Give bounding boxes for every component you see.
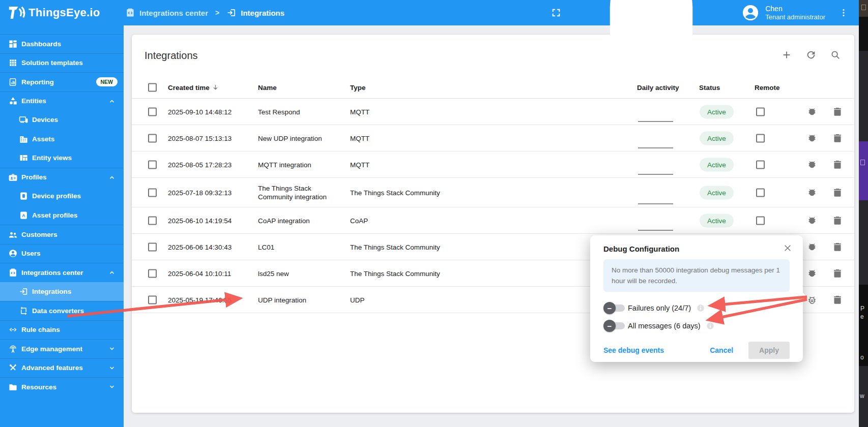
user-name: Chen bbox=[765, 5, 825, 13]
notifications-button[interactable]: 2 bbox=[575, 0, 728, 89]
debug-settings-button[interactable] bbox=[806, 215, 818, 226]
remote-checkbox[interactable] bbox=[756, 216, 765, 225]
close-icon[interactable] bbox=[783, 243, 793, 253]
sidebar-item-dashboards[interactable]: Dashboards bbox=[0, 34, 124, 53]
sidebar-item-device-profiles[interactable]: Device profiles bbox=[0, 187, 124, 206]
fullscreen-icon[interactable] bbox=[551, 7, 562, 18]
toggle-switch[interactable]: − bbox=[603, 320, 626, 332]
background-window-purple-block bbox=[859, 141, 868, 200]
column-header-type[interactable]: Type bbox=[350, 83, 366, 91]
cancel-button[interactable]: Cancel bbox=[710, 346, 733, 354]
cell-created-time: 2025-06-06 14:30:43 bbox=[168, 242, 244, 251]
apply-button[interactable]: Apply bbox=[748, 342, 790, 359]
logo-text: ThingsEye.io bbox=[28, 6, 100, 19]
dialog-title: Debug Configuration bbox=[590, 235, 803, 259]
data-converters-icon bbox=[19, 306, 28, 316]
toggle-switch[interactable]: − bbox=[603, 302, 626, 314]
daily-activity-sparkline bbox=[638, 203, 673, 204]
row-checkbox[interactable] bbox=[148, 242, 157, 251]
status-badge: Active bbox=[700, 105, 734, 118]
debug-settings-button[interactable] bbox=[806, 159, 818, 170]
debug-settings-button[interactable] bbox=[806, 241, 818, 253]
daily-activity-sparkline bbox=[638, 174, 673, 175]
sidebar-item-customers[interactable]: Customers bbox=[0, 225, 124, 244]
row-checkbox[interactable] bbox=[148, 160, 157, 169]
avatar bbox=[741, 3, 760, 22]
info-icon[interactable] bbox=[696, 303, 705, 313]
sidebar-item-integrations[interactable]: Integrations bbox=[0, 282, 124, 301]
bell-icon bbox=[575, 0, 728, 89]
select-all-checkbox[interactable] bbox=[148, 83, 157, 92]
row-checkbox[interactable] bbox=[148, 188, 157, 197]
delete-button[interactable] bbox=[832, 159, 843, 170]
delete-button[interactable] bbox=[832, 215, 843, 226]
sidebar-item-integrations-center[interactable]: Integrations center bbox=[0, 263, 124, 282]
sidebar-item-solution-templates[interactable]: Solution templates bbox=[0, 53, 124, 73]
clipped-text: o bbox=[860, 354, 864, 361]
row-checkbox[interactable] bbox=[148, 269, 157, 278]
entity-views-icon bbox=[19, 153, 28, 163]
info-icon[interactable] bbox=[706, 321, 715, 330]
status-badge: Active bbox=[700, 158, 734, 171]
sidebar-item-asset-profiles[interactable]: AAsset profiles bbox=[0, 206, 124, 225]
sidebar-item-rule-chains[interactable]: Rule chains bbox=[0, 320, 124, 340]
remote-checkbox[interactable] bbox=[756, 188, 765, 197]
sidebar-item-entities[interactable]: Entities bbox=[0, 92, 124, 111]
column-header-name[interactable]: Name bbox=[258, 83, 277, 91]
sidebar-item-entity-views[interactable]: Entity views bbox=[0, 148, 124, 168]
sidebar-item-advanced-features[interactable]: Advanced features bbox=[0, 358, 124, 378]
clipped-text: P bbox=[860, 305, 864, 312]
column-header-created-time[interactable]: Created time bbox=[168, 83, 219, 91]
debug-settings-button[interactable] bbox=[806, 268, 818, 279]
status-badge: Active bbox=[700, 131, 734, 145]
sidebar-item-resources[interactable]: Resources bbox=[0, 377, 124, 396]
toggle-thumb-minus: − bbox=[603, 302, 616, 314]
logo[interactable]: ThingsEye.io bbox=[0, 4, 117, 22]
sidebar-item-edge-management[interactable]: Edge management bbox=[0, 339, 124, 358]
cell-name: New UDP integration bbox=[258, 134, 342, 142]
sidebar-item-users[interactable]: Users bbox=[0, 244, 124, 263]
sidebar-item-profiles[interactable]: Profiles bbox=[0, 168, 124, 187]
debug-settings-button[interactable] bbox=[806, 106, 818, 117]
row-checkbox[interactable] bbox=[148, 295, 157, 304]
sidebar-item-reporting[interactable]: ReportingNEW bbox=[0, 72, 124, 92]
sidebar-item-label: Edge management bbox=[21, 345, 82, 353]
sidebar-item-data-converters[interactable]: Data converters bbox=[0, 301, 124, 320]
debug-settings-button[interactable] bbox=[806, 294, 818, 306]
rule-chains-icon bbox=[8, 325, 18, 334]
sidebar-item-assets[interactable]: Assets bbox=[0, 130, 124, 149]
remote-checkbox[interactable] bbox=[756, 107, 765, 116]
breadcrumb-integrations[interactable]: Integrations bbox=[226, 8, 284, 18]
delete-button[interactable] bbox=[832, 241, 843, 253]
debug-settings-button[interactable] bbox=[806, 187, 818, 198]
delete-button[interactable] bbox=[832, 294, 843, 306]
sidebar-item-label: Profiles bbox=[21, 173, 47, 181]
remote-checkbox[interactable] bbox=[756, 160, 765, 169]
cell-name: CoAP integration bbox=[258, 216, 342, 225]
remote-checkbox[interactable] bbox=[756, 134, 765, 142]
table-row: 2025-07-18 09:32:13The Things Stack Comm… bbox=[132, 178, 854, 207]
more-vert-icon[interactable] bbox=[838, 7, 849, 18]
category-icon bbox=[8, 96, 18, 106]
clipped-glyph bbox=[861, 5, 866, 10]
asset-profile-icon: A bbox=[19, 210, 28, 220]
app-window: ThingsEye.io Integrations center > Integ… bbox=[0, 0, 868, 427]
sidebar-item-label: Entity views bbox=[32, 154, 72, 162]
top-bar: ThingsEye.io Integrations center > Integ… bbox=[0, 0, 859, 25]
delete-button[interactable] bbox=[832, 133, 843, 144]
delete-button[interactable] bbox=[832, 268, 843, 279]
debug-settings-button[interactable] bbox=[806, 133, 818, 144]
user-menu[interactable]: Chen Tenant administrator bbox=[741, 3, 825, 22]
row-checkbox[interactable] bbox=[148, 216, 157, 225]
user-role: Tenant administrator bbox=[765, 13, 825, 21]
delete-button[interactable] bbox=[832, 106, 843, 117]
toggle-row: −All messages (6 days) bbox=[603, 317, 790, 334]
sidebar-item-devices[interactable]: Devices bbox=[0, 110, 124, 130]
sidebar-item-label: Device profiles bbox=[32, 192, 81, 200]
delete-button[interactable] bbox=[832, 187, 843, 198]
row-checkbox[interactable] bbox=[148, 134, 157, 142]
see-debug-events-link[interactable]: See debug events bbox=[603, 346, 664, 354]
row-checkbox[interactable] bbox=[148, 107, 157, 116]
top-bar-actions: 2 Chen Tenant administrator bbox=[551, 0, 859, 89]
breadcrumb-integrations-center[interactable]: Integrations center bbox=[125, 8, 208, 18]
